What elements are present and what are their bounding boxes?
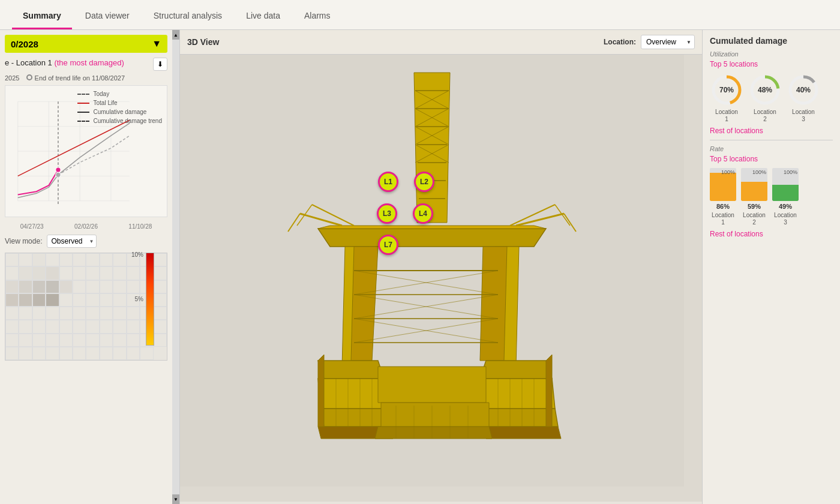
rate-100-label-2: 100% bbox=[752, 169, 766, 175]
gauge-label-1: Location1 bbox=[715, 109, 738, 123]
rest-rate-link[interactable]: Rest of locations bbox=[710, 230, 833, 238]
tab-summary[interactable]: Summary bbox=[12, 4, 72, 29]
heat-label-mid: 5% bbox=[135, 296, 143, 302]
gauge-pct-1: 70% bbox=[719, 86, 734, 94]
gauge-location-2[interactable]: 48% Location2 bbox=[748, 73, 782, 123]
rate-bar-loc-2: Location2 bbox=[743, 212, 766, 226]
gauge-circle-3: 40% bbox=[787, 73, 820, 107]
download-button[interactable]: ⬇ bbox=[153, 58, 167, 71]
tab-alarms[interactable]: Alarms bbox=[293, 4, 341, 29]
gauge-pct-2: 48% bbox=[758, 86, 772, 94]
location-label: Location: bbox=[604, 38, 636, 46]
svg-marker-31 bbox=[318, 226, 546, 229]
svg-marker-14 bbox=[414, 73, 450, 223]
svg-marker-43 bbox=[480, 247, 507, 361]
svg-marker-54 bbox=[318, 361, 384, 379]
rate-bar-container-1: 100% bbox=[710, 168, 736, 201]
top-nav: Summary Data viewer Structural analysis … bbox=[0, 0, 840, 30]
location-dropdown[interactable]: Overview Location 1 Location 2 Location … bbox=[641, 35, 695, 49]
svg-marker-55 bbox=[318, 379, 387, 409]
rate-bar-location-1[interactable]: 100% 86% Location1 bbox=[710, 168, 736, 226]
badge-L4[interactable]: L4 bbox=[413, 203, 433, 224]
rate-bar-fill-3 bbox=[772, 185, 799, 201]
tab-live-data[interactable]: Live data bbox=[235, 4, 291, 29]
rate-bar-pct-3: 49% bbox=[779, 203, 792, 210]
rate-label: Rate bbox=[710, 145, 833, 152]
heat-label-top: 10% bbox=[131, 251, 143, 258]
svg-marker-66 bbox=[375, 427, 492, 439]
rate-bar-location-2[interactable]: 100% 59% Location2 bbox=[741, 168, 767, 226]
rate-bar-fill-2 bbox=[741, 182, 767, 201]
center-panel: 3D View Location: Overview Location 1 Lo… bbox=[180, 30, 702, 504]
rate-bar-container-2: 100% bbox=[741, 168, 767, 201]
gauge-location-3[interactable]: 40% Location3 bbox=[787, 73, 820, 123]
badge-L1[interactable]: L1 bbox=[378, 172, 398, 192]
svg-marker-57 bbox=[318, 355, 324, 433]
top5-utilization-link[interactable]: Top 5 locations bbox=[710, 60, 833, 68]
badge-L2[interactable]: L2 bbox=[414, 172, 434, 192]
gauge-label-2: Location2 bbox=[754, 109, 776, 123]
scroll-down-button[interactable]: ▼ bbox=[172, 494, 179, 504]
svg-marker-62 bbox=[546, 355, 552, 433]
view-mode-select[interactable]: Observed Predicted Combined bbox=[47, 235, 97, 248]
svg-marker-60 bbox=[480, 379, 555, 409]
tab-data-viewer[interactable]: Data viewer bbox=[74, 4, 140, 29]
gauge-circle-1: 70% bbox=[710, 73, 743, 107]
chart-area: Today Total Life Cumulative damage Cumul… bbox=[5, 85, 167, 217]
svg-marker-63 bbox=[483, 427, 561, 439]
divider-1 bbox=[710, 140, 833, 140]
rest-utilization-link[interactable]: Rest of locations bbox=[710, 127, 833, 135]
main-layout: 0/2028 ▼ e - Location 1 (the most damage… bbox=[0, 30, 840, 504]
rate-100-label-3: 100% bbox=[784, 169, 797, 175]
svg-marker-65 bbox=[381, 403, 489, 427]
date-value: 0/2028 bbox=[11, 39, 38, 49]
chart-legend: Today Total Life Cumulative damage Cumul… bbox=[77, 91, 162, 127]
x-axis-labels: 04/27/23 02/02/26 11/10/28 bbox=[5, 222, 167, 231]
rate-100-label-1: 100% bbox=[721, 169, 735, 175]
location-title: e - Location 1 (the most damaged) bbox=[5, 58, 124, 67]
view-mode-select-wrapper[interactable]: Observed Predicted Combined bbox=[47, 235, 97, 248]
right-panel: Cumulated damage Utilization Top 5 locat… bbox=[702, 30, 840, 504]
platform-3d-view: L1 L2 L3 L4 L7 bbox=[180, 55, 702, 502]
scroll-up-button[interactable]: ▲ bbox=[172, 30, 179, 40]
rate-bar-pct-2: 59% bbox=[748, 203, 761, 210]
most-damaged-label: (the most damaged) bbox=[54, 58, 124, 67]
svg-marker-30 bbox=[318, 229, 546, 247]
svg-point-12 bbox=[56, 172, 61, 177]
rate-bar-location-3[interactable]: 100% 49% Location3 bbox=[772, 168, 799, 226]
heat-grid bbox=[5, 253, 167, 361]
right-panel-title: Cumulated damage bbox=[710, 36, 833, 46]
svg-line-10 bbox=[18, 120, 130, 176]
gauges-row: 70% Location1 48% Location2 bbox=[710, 73, 833, 123]
rate-bar-pct-1: 86% bbox=[716, 203, 730, 210]
view-mode-label: View mode: bbox=[5, 237, 42, 245]
left-content: 0/2028 ▼ e - Location 1 (the most damage… bbox=[0, 30, 179, 504]
gauge-location-1[interactable]: 70% Location1 bbox=[710, 73, 743, 123]
gauge-circle-2: 48% bbox=[748, 73, 782, 107]
heat-map-area: 10% 5% bbox=[5, 253, 167, 361]
platform-svg bbox=[180, 55, 684, 487]
gauge-pct-3: 40% bbox=[796, 86, 811, 94]
panel-title-3d: 3D View Location: Overview Location 1 Lo… bbox=[180, 30, 702, 55]
utilization-label: Utilization bbox=[710, 50, 833, 58]
svg-point-11 bbox=[56, 167, 61, 172]
heat-colorbar bbox=[146, 253, 154, 346]
rate-bar-container-3: 100% bbox=[772, 168, 799, 201]
rate-bar-loc-1: Location1 bbox=[712, 212, 734, 226]
top5-rate-link[interactable]: Top 5 locations bbox=[710, 155, 833, 163]
rate-bar-fill-1 bbox=[710, 173, 736, 201]
rate-bar-loc-3: Location3 bbox=[774, 212, 797, 226]
tab-structural-analysis[interactable]: Structural analysis bbox=[143, 4, 233, 29]
location-dropdown-wrapper[interactable]: Overview Location 1 Location 2 Location … bbox=[641, 35, 695, 49]
date-info: 2025 End of trend life on 11/08/2027 bbox=[5, 74, 167, 82]
left-panel: 0/2028 ▼ e - Location 1 (the most damage… bbox=[0, 30, 180, 504]
date-selector[interactable]: 0/2028 ▼ bbox=[5, 35, 167, 53]
badge-L3[interactable]: L3 bbox=[377, 203, 397, 224]
svg-marker-56 bbox=[321, 409, 390, 427]
badge-L7[interactable]: L7 bbox=[378, 235, 398, 255]
rate-bars-row: 100% 86% Location1 100% 59% Location2 10… bbox=[710, 168, 833, 226]
svg-marker-59 bbox=[480, 361, 552, 379]
svg-marker-64 bbox=[378, 367, 486, 403]
left-scrollbar: ▲ ▼ bbox=[172, 30, 179, 504]
gauge-label-3: Location3 bbox=[792, 109, 815, 123]
